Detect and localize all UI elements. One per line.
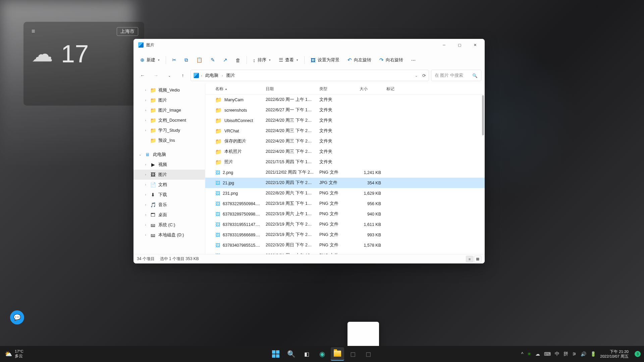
header-type[interactable]: 类型 <box>317 86 357 92</box>
file-list[interactable]: 📁ManyCam2022/6/20 周一 上午 10:...文件夹📁screen… <box>205 95 485 254</box>
sort-button[interactable]: ↕ 排序 ▾ <box>250 55 274 65</box>
expand-icon[interactable]: › <box>144 193 148 196</box>
more-button[interactable]: ⋯ <box>408 56 419 65</box>
expand-icon[interactable]: › <box>144 213 148 217</box>
delete-button[interactable]: 🗑 <box>232 55 244 65</box>
file-row[interactable]: 📁screenshots2022/6/27 周一 下午 15:...文件夹 <box>205 105 485 115</box>
close-button[interactable]: ✕ <box>467 40 483 50</box>
forward-button[interactable]: → <box>150 70 162 81</box>
tray-expand-icon[interactable]: ^ <box>521 351 524 357</box>
expand-icon[interactable]: › <box>144 99 148 102</box>
rename-button[interactable]: ✎ <box>207 55 218 65</box>
file-row[interactable]: 🖼21.jpg2022/1/20 周四 下午 21:...JPG 文件354 K… <box>205 178 485 188</box>
up-button[interactable]: ↑ <box>177 70 189 81</box>
address-bar[interactable]: › 此电脑 › 图片 ⌄ ⟳ <box>191 70 429 81</box>
sidebar-item[interactable]: ›📁视频_Vedio <box>133 85 205 95</box>
file-row[interactable]: 🖼231.png2022/8/20 周六 下午 19:...PNG 文件1,62… <box>205 188 485 198</box>
sidebar-item[interactable]: ›🖴系统 (C:) <box>133 220 205 230</box>
new-button[interactable]: ⊕ 新建 ▾ <box>137 55 163 65</box>
file-row[interactable]: 🖼637834757632262022/3/21 周一 上午 16:PNG 文件… <box>205 250 485 254</box>
file-row[interactable]: 📁本机照片2022/4/20 周三 下午 21:...文件夹 <box>205 146 485 157</box>
wifi-icon[interactable]: ⚞ <box>572 351 577 357</box>
sidebar-item[interactable]: ›📁图片_Image <box>133 105 205 115</box>
expand-icon[interactable]: › <box>144 183 148 186</box>
recent-button[interactable]: ⌄ <box>164 70 175 81</box>
sidebar-item[interactable]: ›📁文档_Docment <box>133 115 205 125</box>
file-row[interactable]: 📁UbisoftConnect2022/4/20 周三 下午 21:...文件夹 <box>205 115 485 126</box>
weather-widget[interactable]: ≡ 上海市 ☁ 17 <box>23 22 144 106</box>
ime-lang[interactable]: 中 <box>555 351 559 357</box>
sidebar-item[interactable]: ›🖴本地磁盘 (D:) <box>133 230 205 240</box>
titlebar[interactable]: 图片 ─ ▢ ✕ <box>133 39 485 51</box>
view-button[interactable]: ☰ 查看 ▾ <box>275 55 302 65</box>
battery-icon[interactable]: 🔋 <box>590 351 596 357</box>
file-row[interactable]: 📁VRChat2022/4/20 周三 下午 21:...文件夹 <box>205 126 485 136</box>
file-row[interactable]: 🖼63783319551147....2022/3/19 周六 下午 20:..… <box>205 219 485 230</box>
paste-button[interactable]: 📋 <box>193 55 206 65</box>
expand-icon[interactable]: › <box>144 119 148 122</box>
rotate-right-button[interactable]: ↷ 向右旋转 <box>376 55 407 65</box>
edge-button[interactable]: ◉ <box>315 347 329 361</box>
copy-button[interactable]: ⧉ <box>181 55 192 65</box>
volume-icon[interactable]: 🔊 <box>581 351 586 357</box>
sidebar-item[interactable]: ›🗔桌面 <box>133 210 205 220</box>
notification-badge[interactable]: 3 <box>635 351 641 357</box>
file-explorer-button[interactable] <box>331 347 344 361</box>
file-row[interactable]: 🖼63783229550984....2022/3/18 周五 下午 19:..… <box>205 198 485 209</box>
expand-icon[interactable]: › <box>144 129 148 132</box>
file-row[interactable]: 🖼63783289750998....2022/3/19 周六 上午 12:..… <box>205 209 485 219</box>
expand-icon[interactable]: › <box>144 233 148 237</box>
sidebar-item[interactable]: ›🖼图片 <box>133 170 205 180</box>
task-view-button[interactable]: ◧ <box>300 347 313 361</box>
weather-city[interactable]: 上海市 <box>117 27 138 36</box>
taskbar-clock[interactable]: 下午 21:20 2022/10/07 周五 <box>600 349 631 359</box>
sidebar-item[interactable]: ›🎵音乐 <box>133 200 205 210</box>
app2-button[interactable]: ◻ <box>362 347 375 361</box>
expand-icon[interactable]: › <box>144 88 148 92</box>
expand-icon[interactable]: › <box>144 173 148 176</box>
file-row[interactable]: 📁保存的图片2022/4/20 周三 下午 21:...文件夹 <box>205 136 485 146</box>
sidebar-item[interactable]: ›📁学习_Study <box>133 125 205 135</box>
search-input[interactable]: 在 图片 中搜索 🔍 <box>431 70 481 81</box>
sidebar-item[interactable]: ⌄🖥此电脑 <box>133 149 205 160</box>
ime-mode[interactable]: 拼 <box>564 351 568 357</box>
start-button[interactable] <box>269 347 282 361</box>
breadcrumb-root[interactable]: 此电脑 <box>204 72 220 79</box>
cloud-icon[interactable]: ☁ <box>535 351 540 357</box>
header-tag[interactable]: 标记 <box>384 86 411 92</box>
wechat-icon[interactable]: ✳ <box>527 351 531 357</box>
sidebar-item[interactable]: ›📁图片 <box>133 95 205 105</box>
cut-button[interactable]: ✂ <box>169 55 180 65</box>
expand-icon[interactable]: › <box>144 109 148 112</box>
header-date[interactable]: 日期 <box>263 86 317 92</box>
file-row[interactable]: 📁ManyCam2022/6/20 周一 上午 10:...文件夹 <box>205 95 485 105</box>
back-button[interactable]: ← <box>137 70 148 81</box>
thumbnails-view-button[interactable]: ▦ <box>474 256 481 262</box>
breadcrumb-leaf[interactable]: 图片 <box>225 72 236 79</box>
taskbar-weather[interactable]: ⛅ 17°C 多云 <box>0 349 28 359</box>
file-row[interactable]: 🖼2.png2021/12/02 周四 下午 2...PNG 文件1,241 K… <box>205 167 485 178</box>
chat-bubble-icon[interactable]: 💬 <box>10 310 24 324</box>
sidebar-item[interactable]: ›⬇下载 <box>133 190 205 200</box>
chevron-down-icon[interactable]: ⌄ <box>415 74 418 77</box>
scrollbar-thumb[interactable] <box>482 95 484 135</box>
sidebar-item[interactable]: 📁预设_Ins <box>133 135 205 145</box>
sidebar-item[interactable]: ›📄文档 <box>133 180 205 190</box>
expand-icon[interactable]: › <box>144 223 148 227</box>
share-button[interactable]: ↗ <box>220 55 231 65</box>
details-view-button[interactable]: ≡ <box>466 256 473 262</box>
keyboard-icon[interactable]: ⌨ <box>544 351 551 357</box>
sidebar[interactable]: ›📁视频_Vedio›📁图片›📁图片_Image›📁文档_Docment›📁学习… <box>133 84 205 254</box>
rotate-left-button[interactable]: ↶ 向左旋转 <box>344 55 375 65</box>
app1-button[interactable]: ◻ <box>346 347 360 361</box>
set-background-button[interactable]: 🖼 设置为背景 <box>307 55 343 65</box>
refresh-icon[interactable]: ⟳ <box>422 73 426 78</box>
expand-icon[interactable]: ⌄ <box>138 153 142 156</box>
header-size[interactable]: 大小 <box>357 86 384 92</box>
sidebar-item[interactable]: ›▶视频 <box>133 160 205 170</box>
search-button[interactable]: 🔍 <box>284 347 298 361</box>
header-name[interactable]: 名称 ▲ <box>213 86 263 92</box>
expand-icon[interactable]: › <box>144 203 148 206</box>
expand-icon[interactable]: › <box>144 163 148 166</box>
file-row[interactable]: 🖼63783407985515....2022/3/20 周日 下午 21:..… <box>205 240 485 250</box>
